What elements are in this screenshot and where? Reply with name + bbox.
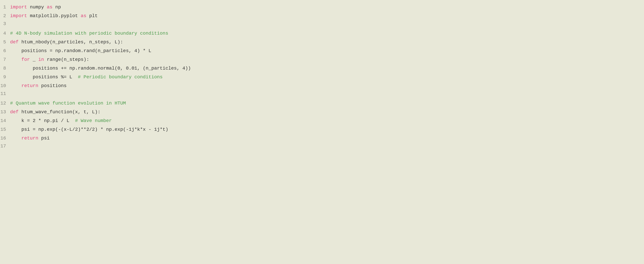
plain-token: psi <box>38 136 50 141</box>
code-line: 12# Quantum wave function evolution in H… <box>0 100 644 108</box>
line-content: import matplotlib.pyplot as plt <box>10 12 644 20</box>
plain-token: positions = np.random.rand(n_particles, … <box>10 48 151 54</box>
code-line: 13def htum_wave_function(x, t, L): <box>0 108 644 117</box>
line-number: 12 <box>0 101 10 106</box>
line-content: return positions <box>10 82 644 90</box>
code-line: 1import numpy as np <box>0 3 644 12</box>
comment-token: # Periodic boundary conditions <box>78 74 162 80</box>
line-number: 14 <box>0 118 10 123</box>
plain-token: numpy <box>27 4 47 10</box>
plain-token <box>10 136 21 141</box>
comment-token: # Wave number <box>75 118 112 123</box>
plain-token: htum_wave_function(x, t, L): <box>18 110 100 114</box>
line-number: 5 <box>0 40 10 45</box>
keyword-token: as <box>47 4 52 10</box>
code-line: 17 <box>0 143 644 152</box>
code-line: 7 for _ in range(n_steps): <box>0 56 644 64</box>
comment-token: # Quantum wave function evolution in HTU… <box>10 101 126 106</box>
keyword-token: return <box>21 83 38 88</box>
line-number: 4 <box>0 31 10 36</box>
plain-token: np <box>52 4 61 10</box>
line-content: def htum_wave_function(x, t, L): <box>10 108 644 116</box>
plain-token: plt <box>86 13 98 18</box>
plain-token: _ <box>30 57 38 62</box>
code-line: 3 <box>0 21 644 30</box>
code-line: 2import matplotlib.pyplot as plt <box>0 12 644 21</box>
line-number: 9 <box>0 74 10 80</box>
keyword-token: as <box>81 13 86 18</box>
line-number: 17 <box>0 144 10 149</box>
code-block: 1import numpy as np2import matplotlib.py… <box>0 3 644 152</box>
line-content: psi = np.exp(-(x-L/2)**2/2) * np.exp(-1j… <box>10 126 644 133</box>
line-number: 3 <box>0 21 10 26</box>
plain-token <box>10 57 21 62</box>
keyword-token: import <box>10 13 27 18</box>
code-line: 11 <box>0 91 644 100</box>
plain-token <box>10 83 21 88</box>
line-number: 13 <box>0 110 10 114</box>
line-content: positions %= L # Periodic boundary condi… <box>10 74 644 81</box>
line-number: 15 <box>0 127 10 132</box>
code-line: 10 return positions <box>0 82 644 91</box>
line-content: def htum_nbody(n_particles, n_steps, L): <box>10 39 644 46</box>
code-line: 4# 4D N-body simulation with periodic bo… <box>0 30 644 38</box>
comment-token: # 4D N-body simulation with periodic bou… <box>10 31 168 36</box>
line-content: import numpy as np <box>10 4 644 11</box>
code-line: 16 return psi <box>0 134 644 143</box>
line-content: k = 2 * np.pi / L # Wave number <box>10 117 644 124</box>
code-line: 6 positions = np.random.rand(n_particles… <box>0 47 644 56</box>
keyword-token: import <box>10 4 27 10</box>
line-content: positions += np.random.normal(0, 0.01, (… <box>10 65 644 72</box>
line-number: 8 <box>0 66 10 71</box>
keyword-token: in <box>38 57 44 62</box>
line-number: 16 <box>0 136 10 141</box>
plain-token: matplotlib.pyplot <box>27 13 81 18</box>
code-container: 1import numpy as np2import matplotlib.py… <box>0 0 644 264</box>
line-number: 2 <box>0 13 10 18</box>
plain-token: range(n_steps): <box>44 57 89 62</box>
line-number: 10 <box>0 83 10 88</box>
plain-token: positions %= L <box>10 74 78 80</box>
keyword-token: return <box>21 136 38 141</box>
plain-token: htum_nbody(n_particles, n_steps, L): <box>18 40 123 45</box>
line-number: 11 <box>0 91 10 96</box>
line-content: # 4D N-body simulation with periodic bou… <box>10 30 644 37</box>
keyword-token: def <box>10 110 18 114</box>
line-content: # Quantum wave function evolution in HTU… <box>10 100 644 107</box>
line-number: 6 <box>0 48 10 54</box>
code-line: 8 positions += np.random.normal(0, 0.01,… <box>0 64 644 73</box>
plain-token: k = 2 * np.pi / L <box>10 118 75 123</box>
line-content: for _ in range(n_steps): <box>10 56 644 63</box>
code-line: 5def htum_nbody(n_particles, n_steps, L)… <box>0 38 644 47</box>
plain-token: positions <box>38 83 66 88</box>
plain-token: positions += np.random.normal(0, 0.01, (… <box>10 66 191 71</box>
code-line: 9 positions %= L # Periodic boundary con… <box>0 73 644 82</box>
code-line: 14 k = 2 * np.pi / L # Wave number <box>0 117 644 126</box>
line-content: positions = np.random.rand(n_particles, … <box>10 48 644 54</box>
code-line: 15 psi = np.exp(-(x-L/2)**2/2) * np.exp(… <box>0 126 644 134</box>
line-number: 7 <box>0 57 10 62</box>
line-number: 1 <box>0 4 10 10</box>
keyword-token: for <box>21 57 30 62</box>
plain-token: psi = np.exp(-(x-L/2)**2/2) * np.exp(-1j… <box>10 127 168 132</box>
line-content: return psi <box>10 135 644 142</box>
keyword-token: def <box>10 40 18 45</box>
